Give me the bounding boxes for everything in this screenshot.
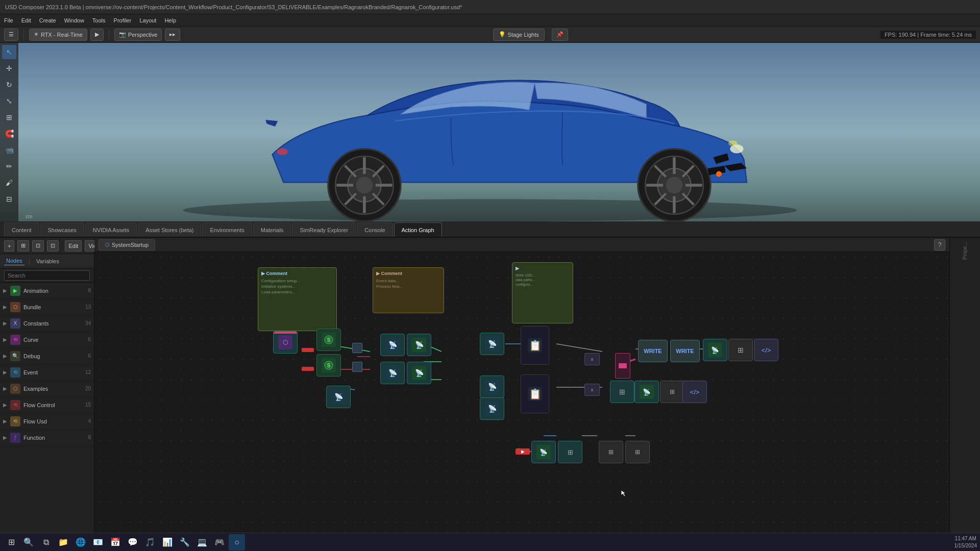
tab-asset-stores[interactable]: Asset Stores (beta) [138, 222, 201, 237]
taskbar-app2[interactable]: 📅 [107, 534, 124, 550]
svg-point-7 [666, 177, 683, 194]
taskbar-app1[interactable]: 📧 [90, 534, 106, 550]
node-wifi-bot1[interactable]: 📡 [531, 441, 556, 463]
taskbar-app7[interactable]: 💻 [194, 534, 210, 550]
node-doc-2[interactable]: 📋 [521, 374, 549, 413]
node-code-1[interactable]: </> [754, 339, 778, 361]
variables-tab[interactable]: Variables [34, 257, 61, 265]
camera-icon: 📷 [119, 31, 126, 38]
node-write-1[interactable]: WRITE [638, 340, 668, 362]
node-doc-1[interactable]: 📋 [521, 326, 549, 365]
menu-profiler[interactable]: Profiler [114, 17, 132, 23]
node-wifi-right-1[interactable]: 📡 [703, 339, 727, 361]
node-wifi-2[interactable]: 📡 [407, 334, 431, 356]
small-node-2[interactable] [352, 362, 362, 372]
node-wifi-1[interactable]: 📡 [380, 334, 405, 356]
stage-lights-btn[interactable]: 💡 Stage Lights [493, 29, 545, 41]
perspective-expand[interactable]: ▸▸ [165, 29, 180, 41]
node-wifi-r2[interactable]: 📡 [634, 381, 659, 403]
nodes-tab[interactable]: Nodes [4, 257, 24, 265]
layout-btn1[interactable]: ⊞ [17, 240, 29, 252]
node-branch-bot[interactable]: ⊞ [558, 441, 582, 463]
menu-layout[interactable]: Layout [139, 17, 156, 23]
category-bundle[interactable]: ▶ ⬡ Bundle 13 [0, 299, 94, 315]
category-flowcontrol[interactable]: ▶ ⟲ Flow Control 15 [0, 397, 94, 413]
menu-file[interactable]: File [4, 17, 13, 23]
tab-action-graph[interactable]: Action Graph [394, 222, 442, 237]
taskbar-app3[interactable]: 💬 [125, 534, 141, 550]
bookmark-btn[interactable]: 📌 [552, 29, 568, 41]
tab-console[interactable]: Console [357, 222, 393, 237]
node-x-2[interactable]: x [584, 384, 600, 396]
taskbar-app8[interactable]: 🎮 [211, 534, 228, 550]
node-purple-1[interactable]: ⬡ [273, 331, 298, 354]
menu-help[interactable]: Help [164, 17, 176, 23]
node-square-bot[interactable]: ⊞ [599, 441, 623, 463]
layout-btn3[interactable]: ⊡ [47, 240, 59, 252]
node-s-1[interactable]: S [316, 329, 341, 351]
taskbar-windows[interactable]: ⊞ [3, 534, 19, 550]
menu-window[interactable]: Window [64, 17, 84, 23]
category-animation[interactable]: ▶ ▶ Animation 8 [0, 283, 94, 299]
taskbar-omniverse[interactable]: ○ [229, 534, 245, 550]
category-function[interactable]: ▶ ƒ Function 8 [0, 430, 94, 446]
red-arrow: ▶ [521, 449, 525, 454]
help-btn[interactable]: ? [934, 239, 945, 251]
node-wifi-mid-1[interactable]: 📡 [480, 333, 504, 355]
category-curve[interactable]: ▶ ⟲ Curve 6 [0, 332, 94, 348]
svg-text:S: S [327, 337, 331, 343]
node-wifi-mid-3[interactable]: 📡 [480, 397, 504, 420]
node-code-2[interactable]: </> [682, 381, 707, 403]
svg-text:📡: 📡 [540, 448, 548, 457]
taskbar-explorer[interactable]: 📁 [55, 534, 71, 550]
node-wifi-4[interactable]: 📡 [407, 362, 431, 384]
menu-edit[interactable]: Edit [21, 17, 31, 23]
rtx-icon: ☀ [34, 31, 39, 38]
node-x-1[interactable]: x [584, 353, 600, 365]
category-event[interactable]: ▶ ⟲ Event 12 [0, 364, 94, 381]
node-square-bot2[interactable]: ⊞ [625, 441, 650, 463]
viewport[interactable]: ↖ ✛ ↻ ⤡ ⊞ 🧲 📹 ✏ 🖌 ⊟ [0, 43, 980, 221]
node-square-r3[interactable]: ⊞ [660, 381, 684, 403]
search-input[interactable] [4, 270, 90, 281]
taskbar-app4[interactable]: 🎵 [142, 534, 158, 550]
perspective-btn[interactable]: 📷 Perspective [114, 29, 162, 41]
toolbar-icon-btn[interactable]: ☰ [4, 29, 18, 41]
tab-content[interactable]: Content [4, 222, 39, 237]
category-examples[interactable]: ▶ ⬡ Examples 20 [0, 381, 94, 397]
taskbar-search[interactable]: 🔍 [20, 534, 37, 550]
taskbar-edge[interactable]: 🌐 [72, 534, 89, 550]
node-write-2[interactable]: WRITE [670, 340, 700, 362]
system-startup-tab[interactable]: ⬡ SystemStartup [99, 239, 155, 251]
node-s-2[interactable]: S [316, 354, 341, 377]
graph-canvas[interactable]: ▶ Comment Configuration setup...Initiali… [94, 252, 949, 551]
menu-create[interactable]: Create [39, 17, 56, 23]
node-pink-bar-node[interactable] [615, 353, 630, 379]
node-wifi-3[interactable]: 📡 [380, 362, 405, 384]
layout-btn2[interactable]: ⊡ [32, 240, 44, 252]
node-pink-bar [274, 332, 297, 334]
render-mode-btn[interactable]: ▶ [90, 29, 104, 41]
node-icon-wifi-mid3: 📡 [485, 402, 499, 416]
small-node-1[interactable] [352, 343, 362, 353]
taskbar-app6[interactable]: 🔧 [177, 534, 193, 550]
node-wifi-bottom[interactable]: 📡 [326, 386, 351, 408]
tab-simready[interactable]: SimReady Explorer [292, 222, 356, 237]
constants-icon: X [10, 318, 20, 329]
node-square-right-1[interactable]: ⊞ [728, 339, 753, 361]
tab-showcases[interactable]: Showcases [40, 222, 84, 237]
category-debug[interactable]: ▶ 🔍 Debug 6 [0, 348, 94, 364]
category-constants[interactable]: ▶ X Constants 34 [0, 315, 94, 332]
tab-materials[interactable]: Materials [253, 222, 291, 237]
taskbar-app5[interactable]: 📊 [159, 534, 176, 550]
node-wifi-mid-2[interactable]: 📡 [480, 375, 504, 398]
category-flowusd[interactable]: ▶ ⟲ Flow Usd 4 [0, 413, 94, 430]
add-node-btn[interactable]: + [4, 240, 14, 252]
tab-environments[interactable]: Environments [202, 222, 252, 237]
menu-tools[interactable]: Tools [92, 17, 106, 23]
rtx-realtime-btn[interactable]: ☀ RTX - Real-Time [29, 29, 87, 41]
tab-nvidia-assets[interactable]: NVIDIA Assets [85, 222, 137, 237]
node-teal-r1[interactable]: ⊞ [610, 381, 634, 403]
edit-btn[interactable]: Edit [65, 240, 82, 252]
taskbar-taskview[interactable]: ⧉ [38, 534, 54, 550]
